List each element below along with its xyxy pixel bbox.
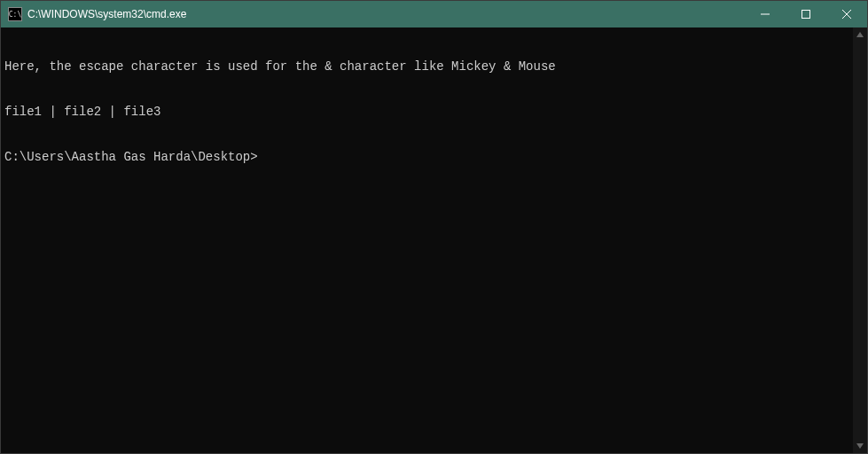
cmd-icon: C:\ [8,7,22,21]
output-line: file1 | file2 | file3 [4,105,849,120]
maximize-icon [802,10,810,19]
terminal-area: Here, the escape character is used for t… [1,27,867,453]
svg-rect-1 [802,11,810,19]
vertical-scrollbar[interactable] [853,27,867,453]
minimize-button[interactable] [745,1,786,27]
close-button[interactable] [826,1,867,27]
svg-marker-5 [856,443,864,449]
cmd-window: C:\ C:\WINDOWS\system32\cmd.exe Here, th… [0,0,868,454]
prompt-text: C:\Users\Aastha Gas Harda\Desktop> [4,150,258,165]
window-controls [745,1,867,27]
close-icon [842,10,851,19]
output-line: Here, the escape character is used for t… [4,59,849,74]
chevron-down-icon [856,443,864,449]
window-title: C:\WINDOWS\system32\cmd.exe [27,8,745,20]
cmd-icon-label: C:\ [9,11,21,19]
terminal-output[interactable]: Here, the escape character is used for t… [1,27,853,453]
chevron-up-icon [856,32,864,37]
svg-marker-4 [856,32,864,37]
scroll-up-button[interactable] [853,27,867,42]
prompt-line: C:\Users\Aastha Gas Harda\Desktop> [4,150,849,165]
maximize-button[interactable] [786,1,826,27]
scroll-track[interactable] [853,42,867,439]
minimize-icon [761,10,770,19]
cursor [259,150,266,163]
titlebar[interactable]: C:\ C:\WINDOWS\system32\cmd.exe [1,1,867,27]
scroll-down-button[interactable] [853,439,867,453]
